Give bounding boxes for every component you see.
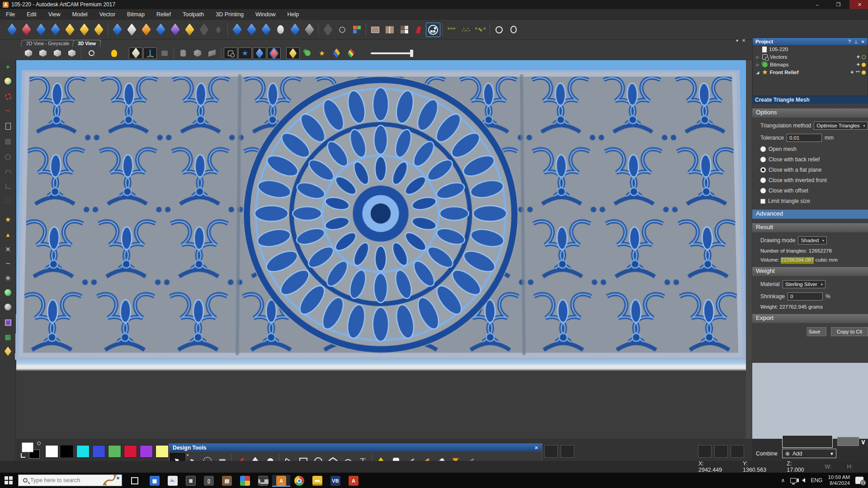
3d-viewport[interactable] — [16, 60, 746, 461]
pyramid-colors-icon[interactable] — [344, 47, 358, 59]
stamp-relief-icon[interactable] — [230, 23, 244, 37]
start-button[interactable] — [5, 476, 13, 484]
block-icon[interactable] — [191, 47, 204, 59]
radio-close-inverted-front[interactable]: Close with inverted front — [760, 177, 868, 183]
palette-blue[interactable] — [92, 445, 105, 458]
palette-red[interactable] — [124, 445, 137, 458]
emboss-wizard-icon[interactable] — [77, 23, 91, 37]
close-button[interactable]: ✕ — [849, 0, 868, 9]
cushion-relief-icon[interactable] — [259, 23, 273, 37]
tree-item-vectors[interactable]: ▷ Vectors + — [753, 53, 868, 61]
radio-close-flat-plane[interactable]: Close with a flat plane — [760, 167, 868, 173]
tree-item-bitmaps[interactable]: ▷ Bitmaps + — [753, 61, 868, 68]
toggle-relief-icon[interactable]: ★ — [238, 47, 252, 59]
colour-reduce-icon[interactable] — [349, 23, 364, 37]
green-sphere-icon[interactable] — [3, 288, 13, 297]
grid-tool-icon[interactable]: ▦ — [3, 332, 13, 342]
mirror-tool-icon[interactable] — [3, 122, 13, 131]
layers-tool-icon[interactable] — [3, 347, 13, 356]
taskbar-vb-app[interactable]: VB — [326, 475, 344, 487]
language-indicator[interactable]: ENG — [811, 477, 822, 483]
toggle-vectors-icon[interactable] — [224, 47, 237, 59]
menu-window[interactable]: Window — [250, 11, 281, 18]
arrow-tool-icon[interactable]: ▲ — [3, 230, 13, 239]
dim-circle-icon[interactable] — [3, 152, 13, 162]
hook-curve-icon[interactable]: ~ — [3, 259, 13, 268]
relief-new-icon[interactable] — [110, 23, 124, 37]
radio-icon[interactable] — [760, 178, 766, 183]
extract-relief-icon[interactable] — [302, 23, 316, 37]
radio-icon[interactable] — [760, 146, 766, 152]
light-material-icon[interactable] — [411, 23, 426, 37]
menu-edit[interactable]: Edit — [21, 11, 42, 18]
taskbar-phone-app[interactable]: ▯ — [200, 475, 218, 487]
preview-star-icon[interactable]: ★ — [315, 47, 329, 59]
radio-selected-icon[interactable] — [760, 167, 766, 173]
combine-mode-dropdown[interactable]: ⊕ Add ▾ — [782, 449, 836, 458]
primary-colour-swatch[interactable] — [22, 442, 33, 452]
menu-vector[interactable]: Vector — [94, 11, 121, 18]
relief-half-icon[interactable] — [124, 23, 139, 37]
taskbar-search[interactable] — [18, 474, 122, 486]
taskbar-chrome[interactable] — [290, 475, 308, 487]
orbit-view-icon[interactable] — [506, 23, 521, 37]
visibility-bulb-icon[interactable] — [862, 63, 866, 67]
empty-swatch-slot[interactable] — [544, 445, 558, 458]
taskbar-file-explorer[interactable]: ▬ — [308, 475, 326, 487]
notification-icon[interactable]: 1 — [855, 477, 863, 484]
menu-bitmap[interactable]: Bitmap — [121, 11, 151, 18]
menu-file[interactable]: File — [0, 11, 21, 18]
taskbar-notes-app[interactable]: ▤ — [218, 475, 236, 487]
copy-to-clipboard-button[interactable]: Copy to Cli — [831, 327, 868, 336]
relief-grey1-icon[interactable] — [197, 23, 211, 37]
draw-zero-plane-icon[interactable] — [129, 47, 142, 59]
add-tool-icon[interactable]: + — [3, 62, 13, 71]
relief-opacity-slider[interactable] — [367, 47, 416, 59]
menu-toolpath[interactable]: Toolpath — [177, 11, 210, 18]
puzzle-icon[interactable] — [158, 47, 171, 59]
zoom-tool-icon[interactable] — [84, 47, 97, 59]
star-tool-icon[interactable]: ★ — [3, 215, 13, 224]
drawing-mode-dropdown[interactable]: Shaded▾ — [798, 236, 827, 244]
hidden-icons-chevron[interactable]: ∧ — [781, 477, 785, 483]
volume-icon[interactable] — [802, 478, 805, 483]
weave-wizard-icon[interactable] — [62, 23, 77, 37]
swap-colours-icon[interactable] — [21, 453, 25, 458]
grey-sphere-icon[interactable] — [3, 302, 13, 312]
panel-tool-icon[interactable] — [3, 318, 13, 327]
palette-green[interactable] — [108, 445, 121, 458]
radio-icon[interactable] — [760, 157, 766, 162]
toggle-front-layers-icon[interactable] — [253, 47, 266, 59]
palette-cyan[interactable] — [76, 445, 90, 458]
triangulation-dropdown[interactable]: Optimise Triangles▾ — [814, 122, 868, 130]
relief-raise-icon[interactable] — [153, 23, 168, 37]
panel-pin-icon[interactable]: ⊥ — [854, 39, 858, 44]
machine-preview-icon[interactable] — [205, 47, 219, 59]
chevron-down-icon[interactable]: ∨ — [861, 438, 866, 446]
palette-white[interactable] — [45, 445, 58, 458]
linked-points-icon[interactable]: °∿° — [473, 23, 488, 37]
material-dropdown[interactable]: Sterling Silver▾ — [783, 280, 826, 288]
wrap-relief-icon[interactable] — [244, 23, 259, 37]
new-model-icon[interactable] — [5, 23, 19, 37]
scatter-points-icon[interactable]: °°° — [444, 23, 459, 37]
add-bitmaps-icon[interactable]: + — [856, 62, 860, 67]
dim-arc-icon[interactable] — [3, 167, 13, 176]
taskbar-media-app[interactable]: ≣ — [182, 475, 200, 487]
expand-arrow-icon[interactable]: ▷ — [755, 55, 760, 59]
relief-grey2-icon[interactable] — [211, 23, 226, 37]
radio-icon[interactable] — [760, 188, 766, 193]
advanced-expander[interactable]: Advanced — [752, 210, 868, 219]
search-input[interactable] — [30, 477, 98, 483]
taskbar-stats-app[interactable]: ▮▂▆ — [254, 475, 272, 487]
primary-secondary-colour[interactable] — [22, 442, 42, 460]
panel-help-icon[interactable]: ? — [848, 39, 851, 44]
tab-2d-view[interactable]: 2D View - Greyscale — [21, 40, 75, 47]
view-front-icon[interactable] — [36, 47, 50, 59]
taskbar-snipping-tool[interactable]: ✁ — [164, 475, 182, 487]
combine-preview-box[interactable] — [782, 435, 833, 448]
texture-flow-icon[interactable]: ∴∴ — [459, 23, 473, 37]
dashed-circle-icon[interactable] — [3, 92, 13, 101]
combine-small-button[interactable] — [837, 437, 859, 446]
menu-3d-printing[interactable]: 3D Printing — [210, 11, 250, 18]
